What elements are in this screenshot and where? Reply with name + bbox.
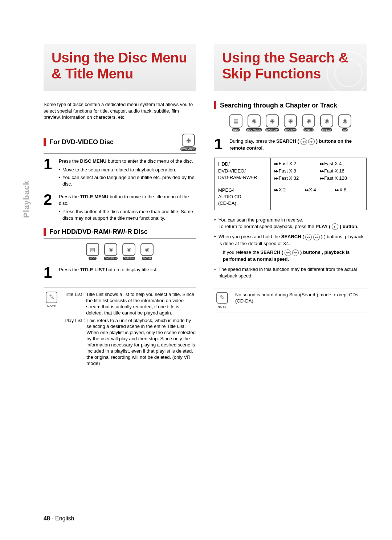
- step-text: During play, press the SEARCH ( ◂◂ ▸▸ ) …: [229, 138, 352, 151]
- disc-icon-dvd-ram: ◉DVD-RAM: [103, 243, 118, 260]
- rewind-icon: ◂◂: [285, 249, 291, 256]
- note-label: NOTE: [218, 305, 226, 309]
- red-bar-icon: [44, 228, 46, 236]
- step-text: Press the TITLE MENU button to move to t…: [59, 194, 189, 206]
- subhead-dvd-video: For DVD-VIDEO Disc ◉ DVD-VIDEO: [44, 134, 196, 154]
- disc-icon-dvd-rw: ◉DVD-RW: [283, 114, 298, 131]
- red-bar-icon: [44, 138, 46, 146]
- speed-value: X 8: [335, 187, 363, 207]
- speed-value: Fast X 2: [274, 161, 317, 167]
- note-label: NOTE: [47, 305, 56, 308]
- speed-value: Fast X 128: [320, 175, 363, 181]
- step-1-search: 1 During play, press the SEARCH ( ◂◂ ▸▸ …: [214, 138, 367, 151]
- forward-icon: ▸▸: [308, 138, 315, 145]
- step-2-dvd-video: 2 Press the TITLE MENU button to move to…: [44, 194, 196, 221]
- hero-title-left: Using the Disc Menu & Title Menu: [52, 50, 188, 82]
- step-number: 1: [44, 267, 54, 279]
- term-label: Play List :: [65, 318, 85, 367]
- list-item: You can scan the programme in reverse. T…: [214, 217, 367, 230]
- disc-icon-dvd-r: ◉DVD-R: [301, 114, 316, 131]
- col-left: Using the Disc Menu & Title Menu Some ty…: [44, 44, 196, 372]
- term-text: This refers to a unit of playback, which…: [86, 318, 196, 367]
- step-1-dvd-video: 1 Press the DISC MENU button to enter th…: [44, 158, 196, 187]
- speed-value: Fast X 16: [320, 168, 363, 174]
- step-bullet: Move to the setup menu related to playba…: [59, 167, 196, 173]
- term-text: Title List shows a list to help you sele…: [86, 292, 196, 316]
- rewind-icon: ◂◂: [305, 234, 312, 240]
- forward-icon: ▸▸: [292, 249, 299, 256]
- rewind-icon: ◂◂: [301, 138, 307, 145]
- media-badge-row: ▤HDD ◉DVD-RAM ◉DVD-RW ◉DVD-R: [44, 243, 196, 260]
- disc-icon-dvd-rw: ◉DVD-RW: [121, 243, 136, 260]
- list-item: When you press and hold the SEARCH ( ◂◂ …: [214, 234, 367, 263]
- note-left: ✎ NOTE Title List : Title List shows a l…: [44, 288, 196, 372]
- disc-decoration-icon: [327, 51, 370, 95]
- disc-icon-dvd-video: ◉ DVD-VIDEO: [181, 134, 196, 151]
- red-bar-icon: [214, 101, 216, 109]
- disc-icon-dvd-video: ◉DVD-VIDEO: [246, 114, 262, 131]
- step-number: 2: [44, 194, 54, 221]
- step-number: 1: [214, 138, 225, 151]
- hero-box-left: Using the Disc Menu & Title Menu: [44, 44, 196, 91]
- disc-icon-cd: ◉CD: [337, 114, 352, 131]
- disc-icon-hdd: ▤HDD: [228, 114, 244, 131]
- step-1-title-list: 1 Press the TITLE LIST button to display…: [44, 267, 196, 279]
- step-text: Press the DISC MENU button to enter the …: [59, 158, 193, 164]
- subhead-text: For HDD/DVD-RAM/-RW/-R Disc: [49, 228, 148, 236]
- disc-icon-dvd-ram: ◉DVD-RAM: [265, 114, 280, 131]
- speed-media-label: MPEG4 AUDIO CD (CD-DA): [215, 184, 271, 210]
- intro-left: Some type of discs contain a dedicated m…: [44, 101, 196, 121]
- hero-box-right: Using the Search & Skip Functions: [214, 44, 367, 91]
- subhead-hdd-dvdram: For HDD/DVD-RAM/-RW/-R Disc: [44, 228, 196, 239]
- disc-icon-dvd-r: ◉DVD-R: [139, 243, 155, 260]
- search-notes-list: You can scan the programme in reverse. T…: [214, 217, 367, 280]
- subhead-text: Searching through a Chapter or Track: [220, 102, 337, 109]
- disc-icon-hdd: ▤HDD: [85, 243, 100, 260]
- note-icon: ✎: [46, 292, 57, 303]
- page-language: English: [55, 515, 74, 521]
- step-number: 1: [44, 158, 54, 187]
- subhead-text: For DVD-VIDEO Disc: [49, 138, 114, 146]
- term-label: Title List :: [65, 292, 85, 316]
- step-bullet: Press this button if the disc contains m…: [59, 208, 196, 221]
- play-icon: ▸: [332, 223, 338, 230]
- step-bullet: You can select audio language and subtit…: [59, 174, 196, 187]
- media-badge-row: ▤HDD ◉DVD-VIDEO ◉DVD-RAM ◉DVD-RW ◉DVD-R …: [214, 114, 367, 131]
- page-footer: 48 - English: [44, 515, 74, 522]
- forward-icon: ▸▸: [313, 234, 320, 240]
- disc-icon-mpeg4: ◉MPEG4: [319, 114, 334, 131]
- speed-value: X 2: [274, 187, 302, 207]
- page-number: 48 -: [44, 515, 54, 521]
- note-right: ✎ NOTE No sound is heard during Scan(Sea…: [214, 288, 367, 313]
- step-text: Press the TITLE LIST button to display t…: [59, 267, 158, 272]
- speed-value: X 4: [305, 187, 332, 207]
- list-item: The speed marked in this function may be…: [214, 266, 367, 279]
- speed-table: HDD/ DVD-VIDEO/ DVD-RAM/-RW/-R Fast X 2 …: [214, 158, 367, 210]
- speed-value: Fast X 8: [274, 168, 317, 174]
- speed-value: Fast X 32: [274, 175, 317, 181]
- section-tab: Playback: [22, 180, 31, 218]
- col-right: Using the Search & Skip Functions Search…: [214, 44, 367, 372]
- speed-value: Fast X 4: [320, 161, 363, 167]
- speed-media-label: HDD/ DVD-VIDEO/ DVD-RAM/-RW/-R: [215, 158, 271, 184]
- note-text: No sound is heard during Scan(Search) mo…: [235, 292, 367, 309]
- note-icon: ✎: [216, 292, 228, 304]
